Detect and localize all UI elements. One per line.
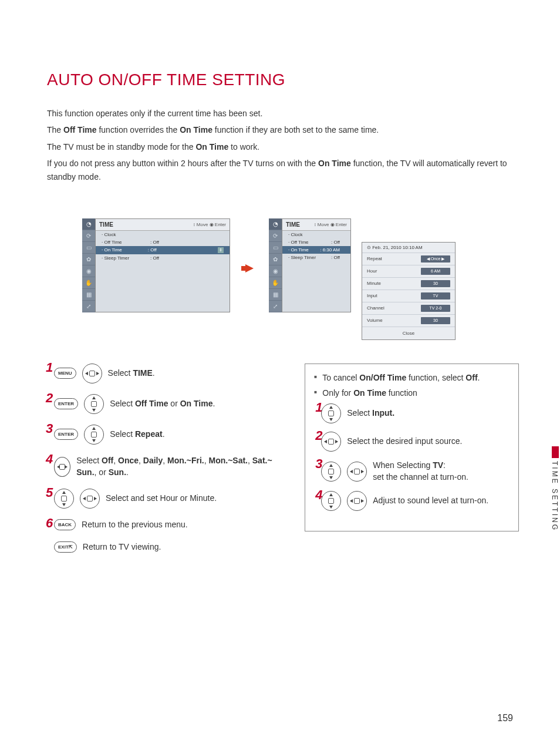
step-number: 6: [46, 516, 53, 531]
arrow-right-icon: [241, 260, 258, 277]
dpad-ud-icon: [321, 403, 341, 423]
osd-item-ontime: On Time: [102, 247, 122, 253]
step-number: 2: [46, 391, 53, 406]
dpad-lr-icon: [321, 432, 341, 452]
nav-icon: ✋: [269, 277, 282, 289]
step-number: 1: [46, 360, 53, 375]
clock-icon: ◔: [269, 218, 282, 230]
osd-item-offtime: Off Time: [102, 240, 122, 245]
osd-title: TIME: [99, 221, 113, 228]
osd-title: TIME: [286, 221, 300, 228]
step5-text: Select and set Hour or Minute.: [106, 493, 217, 504]
nav-icon: ✋: [82, 277, 95, 289]
exit-button: EXIT⇱: [54, 541, 77, 553]
enter-button: ENTER: [54, 398, 78, 409]
section-tab: TIME SETTING: [549, 458, 560, 534]
dpad-lr-icon: [347, 462, 367, 482]
menu-button: MENU: [54, 368, 76, 379]
osd-right: ◔ ⟳ ▭ ✿ ◉ ✋ ▦ ⤢ TIME ↕ Move ◉ Enter Cloc…: [269, 218, 351, 312]
close-button: Close: [362, 327, 455, 339]
dpad-ud-icon: [321, 491, 341, 511]
dpad-lr-icon: [82, 364, 102, 383]
step-number: 4: [46, 452, 53, 467]
channel-value: TV 2-0: [421, 305, 450, 312]
steps-left: 1 MENU Select TIME. 2 ENTER Select Off T…: [47, 364, 281, 563]
osd-left: ◔ ⟳ ▭ ✿ ◉ ✋ ▦ ⤢ TIME ↕ Move ◉ Enter Cloc…: [82, 218, 230, 312]
nav-icon: ▦: [269, 289, 282, 301]
back-button: BACK: [54, 519, 76, 530]
page-title: AUTO ON/OFF TIME SETTING: [47, 70, 519, 89]
nav-icon: ⟳: [269, 230, 282, 242]
nav-icon: ⟳: [82, 230, 95, 242]
dpad-lr-icon: [54, 457, 70, 477]
volume-value: 30: [421, 317, 450, 324]
osd-sidebar: ◔ ⟳ ▭ ✿ ◉ ✋ ▦ ⤢: [82, 218, 95, 312]
osd-detail-panel: ⊙ Feb. 21, 2010 10:10 AM Repeat◀ Once ▶ …: [362, 242, 456, 340]
osd-nav-hint: ↕ Move ◉ Enter: [314, 222, 347, 227]
step6-text: Return to the previous menu.: [82, 519, 188, 531]
nav-icon: ⤢: [82, 301, 95, 312]
notes-box: To cancel On/Off Time function, select O…: [305, 364, 519, 531]
page-number: 159: [497, 713, 513, 724]
gear-icon: ✿: [269, 254, 282, 265]
nav-icon: ▭: [82, 242, 95, 254]
intro-block: This function operates only if the curre…: [47, 107, 519, 183]
osd-nav-hint: ↕ Move ◉ Enter: [193, 222, 226, 227]
spinner-icon: ⇕: [218, 247, 224, 253]
input-value: TV: [421, 292, 450, 300]
osd-item-sleep: Sleep Timer: [102, 255, 129, 261]
osd-item-clock: Clock: [102, 232, 116, 237]
minute-value: 30: [421, 280, 450, 287]
note-r4: Adjust to sound level at turn-on.: [373, 495, 488, 507]
osd-date-header: ⊙ Feb. 21, 2010 10:10 AM: [362, 243, 455, 253]
nav-icon: ⤢: [269, 301, 282, 312]
dpad-ud-icon: [84, 425, 104, 445]
gear-icon: ✿: [82, 254, 95, 265]
step-number: 3: [46, 421, 53, 436]
note-r2: Select the desired input source.: [347, 436, 462, 447]
hour-value: 6 AM: [421, 268, 450, 275]
step-number: 5: [46, 485, 53, 500]
enter-button: ENTER: [54, 429, 78, 440]
nav-icon: ◉: [82, 265, 95, 277]
dpad-ud-icon: [84, 394, 104, 414]
dpad-ud-icon: [54, 489, 74, 509]
nav-icon: ▭: [269, 242, 282, 254]
repeat-value: ◀ Once ▶: [421, 255, 450, 263]
nav-icon: ◉: [269, 265, 282, 277]
step7-text: Return to TV viewing.: [83, 541, 161, 553]
nav-icon: ▦: [82, 289, 95, 301]
osd-screenshots: ◔ ⟳ ▭ ✿ ◉ ✋ ▦ ⤢ TIME ↕ Move ◉ Enter Cloc…: [47, 218, 519, 340]
dpad-lr-icon: [347, 491, 367, 511]
clock-icon: ◔: [82, 218, 95, 230]
dpad-lr-icon: [80, 489, 100, 509]
osd-sidebar: ◔ ⟳ ▭ ✿ ◉ ✋ ▦ ⤢: [269, 218, 282, 312]
intro-line1: This function operates only if the curre…: [47, 109, 262, 118]
dpad-ud-icon: [321, 462, 341, 482]
